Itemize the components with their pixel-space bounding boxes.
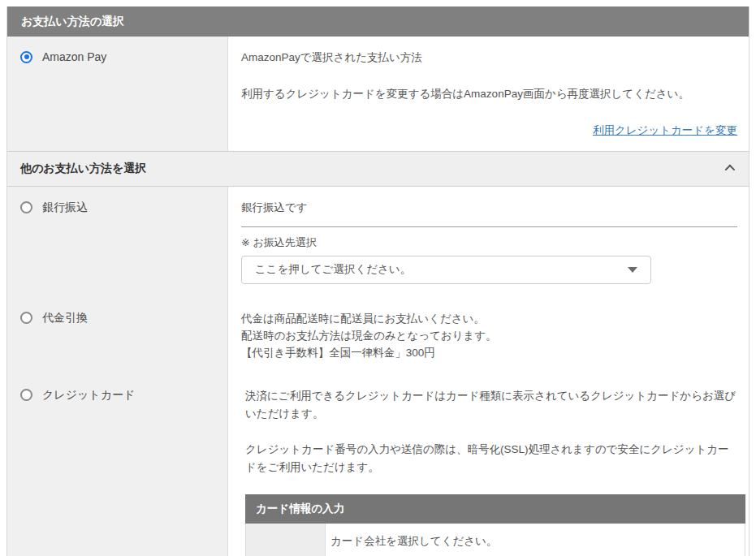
card-info-panel: カード情報の入力 カード会社 カード会社を選択してください。 VISA	[245, 494, 745, 556]
card-info-panel-title: カード情報の入力	[245, 494, 745, 524]
credit-card-radio-option[interactable]: クレジットカード	[20, 388, 214, 403]
amazon-pay-description: AmazonPayで選択された支払い方法	[241, 50, 737, 67]
amazon-pay-radio[interactable]	[20, 51, 32, 63]
credit-card-row: クレジットカード 決済にご利用できるクレジットカードはカード種類に表示されている…	[7, 374, 749, 556]
cod-radio-option[interactable]: 代金引換	[20, 311, 214, 325]
dropdown-arrow-icon	[628, 267, 637, 273]
amazon-pay-detail-cell: AmazonPayで選択された支払い方法 利用するクレジットカードを変更する場合…	[228, 37, 749, 151]
bank-transfer-radio-option[interactable]: 銀行振込	[20, 200, 214, 215]
credit-card-label: クレジットカード	[42, 388, 135, 403]
bank-account-note: ※ お振込先選択	[241, 235, 737, 250]
change-credit-card-link[interactable]: 利用クレジットカードを変更	[593, 124, 737, 136]
bank-transfer-label: 銀行振込	[42, 200, 88, 215]
bank-account-select[interactable]: ここを押してご選択ください。	[241, 256, 651, 284]
other-payment-section-title: 他のお支払い方法を選択	[20, 162, 146, 176]
amazon-pay-row: Amazon Pay AmazonPayで選択された支払い方法 利用するクレジッ…	[7, 37, 749, 151]
card-info-panel-body: カード会社 カード会社を選択してください。 VISA	[245, 524, 745, 556]
bank-account-select-value: ここを押してご選択ください。	[255, 262, 411, 277]
cod-fee-line: 【代引き手数料】全国一律料金」300円	[241, 344, 737, 361]
cod-description-line: 代金は商品配送時に配送員にお支払いください。	[241, 310, 737, 327]
cash-on-delivery-row: 代金引換 代金は商品配送時に配送員にお支払いください。 配送時のお支払方法は現金…	[7, 297, 749, 374]
card-company-instruction: カード会社を選択してください。	[330, 534, 741, 549]
other-payment-section-header[interactable]: 他のお支払い方法を選択	[7, 151, 749, 187]
card-company-selection-area: カード会社を選択してください。 VISA	[326, 524, 745, 556]
payment-method-panel: お支払い方法の選択 Amazon Pay AmazonPayで選択された支払い方…	[6, 6, 750, 556]
cod-option-cell: 代金引換	[7, 297, 228, 374]
bank-transfer-description: 銀行振込です	[241, 200, 737, 227]
amazon-pay-label: Amazon Pay	[42, 50, 106, 63]
cod-label: 代金引換	[42, 311, 88, 325]
chevron-up-icon[interactable]	[725, 165, 736, 175]
panel-title: お支払い方法の選択	[7, 6, 749, 37]
card-company-cell: カード会社	[246, 524, 326, 556]
bank-transfer-radio[interactable]	[20, 201, 32, 213]
credit-card-detail-cell: 決済にご利用できるクレジットカードはカード種類に表示されているクレジットカードか…	[228, 374, 749, 556]
cod-radio[interactable]	[20, 312, 32, 324]
amazon-pay-note: 利用するクレジットカードを変更する場合はAmazonPay画面から再度選択してく…	[241, 86, 737, 103]
amazon-pay-option-cell: Amazon Pay	[7, 37, 228, 151]
cod-description-line: 配送時のお支払方法は現金のみとなっております。	[241, 327, 737, 344]
bank-transfer-row: 銀行振込 銀行振込です ※ お振込先選択 ここを押してご選択ください。	[7, 187, 749, 297]
credit-card-radio[interactable]	[20, 389, 32, 401]
bank-transfer-detail-cell: 銀行振込です ※ お振込先選択 ここを押してご選択ください。	[228, 187, 749, 297]
cod-detail-cell: 代金は商品配送時に配送員にお支払いください。 配送時のお支払方法は現金のみとなっ…	[228, 297, 749, 374]
credit-card-option-cell: クレジットカード	[7, 374, 228, 556]
credit-card-ssl-note: クレジットカード番号の入力や送信の際は、暗号化(SSL)処理されますので安全にク…	[245, 441, 745, 476]
amazon-pay-radio-option[interactable]: Amazon Pay	[20, 50, 214, 63]
change-card-link-row: 利用クレジットカードを変更	[241, 123, 737, 138]
credit-card-description: 決済にご利用できるクレジットカードはカード種類に表示されているクレジットカードか…	[245, 387, 745, 423]
bank-transfer-option-cell: 銀行振込	[7, 187, 228, 297]
